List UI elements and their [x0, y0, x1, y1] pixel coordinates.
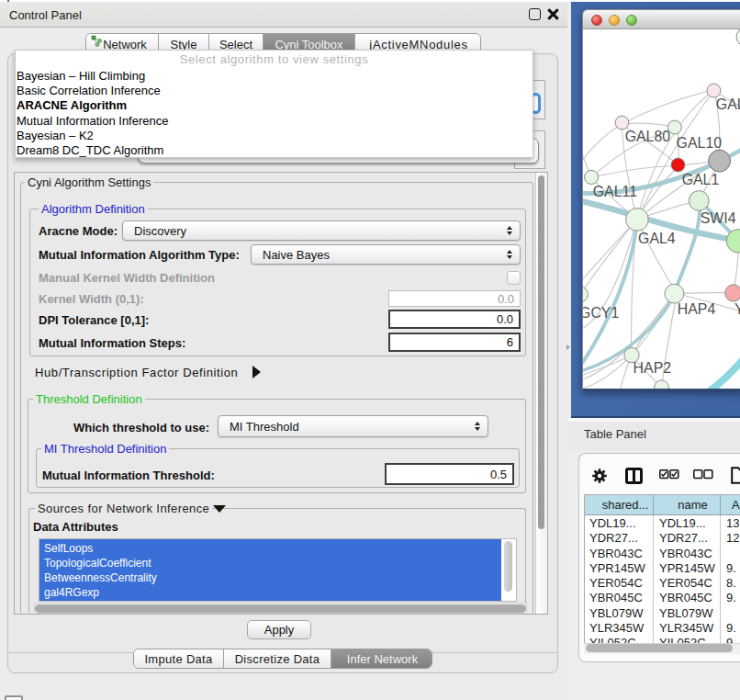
svg-text:HAP2: HAP2 [633, 360, 672, 376]
svg-text:GCY1: GCY1 [582, 305, 619, 321]
svg-text:GAL2: GAL2 [716, 96, 740, 112]
svg-text:GAL10: GAL10 [677, 135, 723, 151]
svg-text:GAL80: GAL80 [625, 129, 671, 144]
svg-text:GAL4: GAL4 [638, 231, 676, 246]
svg-text:GAL11: GAL11 [593, 184, 637, 199]
svg-text:HAP4: HAP4 [678, 301, 716, 317]
svg-text:Y: Y [734, 301, 740, 317]
svg-text:SWI4: SWI4 [701, 210, 736, 226]
svg-text:GAL1: GAL1 [682, 172, 720, 187]
